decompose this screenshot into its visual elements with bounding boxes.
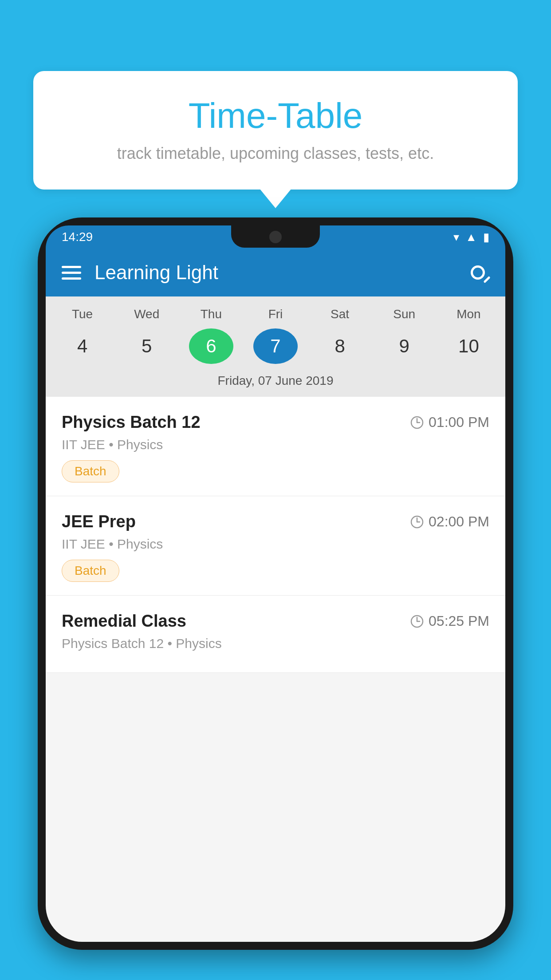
search-button[interactable] bbox=[466, 261, 489, 284]
bubble-subtitle: track timetable, upcoming classes, tests… bbox=[60, 144, 491, 163]
schedule-item-2-header: JEE Prep 02:00 PM bbox=[62, 512, 489, 531]
clock-icon-3 bbox=[410, 614, 424, 628]
schedule-item-1-header: Physics Batch 12 01:00 PM bbox=[62, 413, 489, 432]
wifi-icon: ▾ bbox=[453, 230, 459, 244]
day-4[interactable]: 4 bbox=[60, 328, 105, 364]
search-icon bbox=[471, 265, 485, 280]
schedule-list: Physics Batch 12 01:00 PM IIT JEE • Phys… bbox=[46, 397, 505, 673]
day-10[interactable]: 10 bbox=[446, 328, 491, 364]
day-headers: Tue Wed Thu Fri Sat Sun Mon bbox=[46, 307, 505, 321]
app-bar: Learning Light bbox=[46, 249, 505, 296]
item-1-subject: IIT JEE • Physics bbox=[62, 437, 489, 452]
item-3-title: Remedial Class bbox=[62, 612, 186, 631]
selected-date-label: Friday, 07 June 2019 bbox=[46, 372, 505, 397]
phone-wrapper: 14:29 ▾ ▲ ▮ Learning Light bbox=[38, 217, 513, 980]
phone-notch bbox=[231, 225, 320, 248]
day-7-selected[interactable]: 7 bbox=[253, 328, 298, 364]
schedule-item-3-header: Remedial Class 05:25 PM bbox=[62, 612, 489, 631]
item-3-time-text: 05:25 PM bbox=[429, 613, 489, 629]
day-5[interactable]: 5 bbox=[125, 328, 169, 364]
item-2-time: 02:00 PM bbox=[410, 514, 489, 530]
camera bbox=[269, 231, 282, 243]
day-header-sat: Sat bbox=[318, 307, 362, 321]
item-1-time: 01:00 PM bbox=[410, 414, 489, 431]
clock-icon-1 bbox=[410, 415, 424, 430]
day-header-wed: Wed bbox=[125, 307, 169, 321]
item-1-title: Physics Batch 12 bbox=[62, 413, 201, 432]
app-bar-left: Learning Light bbox=[62, 261, 218, 284]
screen: Learning Light Tue Wed Thu Fri Sat Sun M… bbox=[46, 249, 505, 942]
hamburger-line-2 bbox=[62, 272, 81, 274]
schedule-item-2[interactable]: JEE Prep 02:00 PM IIT JEE • Physics Batc… bbox=[46, 496, 505, 596]
item-1-time-text: 01:00 PM bbox=[429, 414, 489, 431]
hamburger-menu-button[interactable] bbox=[62, 266, 81, 280]
item-2-badge: Batch bbox=[62, 560, 119, 582]
day-header-sun: Sun bbox=[382, 307, 426, 321]
schedule-item-3[interactable]: Remedial Class 05:25 PM Physics Batch 12… bbox=[46, 596, 505, 673]
battery-icon: ▮ bbox=[483, 230, 489, 244]
day-header-fri: Fri bbox=[253, 307, 298, 321]
status-time: 14:29 bbox=[62, 230, 93, 244]
bubble-title: Time-Table bbox=[60, 95, 491, 136]
day-header-mon: Mon bbox=[446, 307, 491, 321]
day-header-thu: Thu bbox=[189, 307, 233, 321]
phone-frame: 14:29 ▾ ▲ ▮ Learning Light bbox=[38, 217, 513, 950]
day-numbers: 4 5 6 7 8 9 10 bbox=[46, 328, 505, 364]
day-header-tue: Tue bbox=[60, 307, 105, 321]
app-title: Learning Light bbox=[94, 261, 218, 284]
item-2-time-text: 02:00 PM bbox=[429, 514, 489, 530]
speech-bubble: Time-Table track timetable, upcoming cla… bbox=[33, 71, 518, 190]
speech-bubble-container: Time-Table track timetable, upcoming cla… bbox=[33, 71, 518, 190]
clock-icon-2 bbox=[410, 515, 424, 529]
item-2-subject: IIT JEE • Physics bbox=[62, 537, 489, 552]
item-3-subject: Physics Batch 12 • Physics bbox=[62, 636, 489, 651]
day-9[interactable]: 9 bbox=[382, 328, 426, 364]
day-8[interactable]: 8 bbox=[318, 328, 362, 364]
signal-icon: ▲ bbox=[465, 230, 477, 244]
schedule-item-1[interactable]: Physics Batch 12 01:00 PM IIT JEE • Phys… bbox=[46, 397, 505, 496]
hamburger-line-1 bbox=[62, 266, 81, 268]
calendar-strip: Tue Wed Thu Fri Sat Sun Mon 4 5 6 7 8 9 … bbox=[46, 296, 505, 397]
item-2-title: JEE Prep bbox=[62, 512, 136, 531]
item-1-badge: Batch bbox=[62, 460, 119, 482]
item-3-time: 05:25 PM bbox=[410, 613, 489, 629]
hamburger-line-3 bbox=[62, 277, 81, 280]
status-icons: ▾ ▲ ▮ bbox=[453, 230, 489, 244]
day-6-today[interactable]: 6 bbox=[189, 328, 233, 364]
